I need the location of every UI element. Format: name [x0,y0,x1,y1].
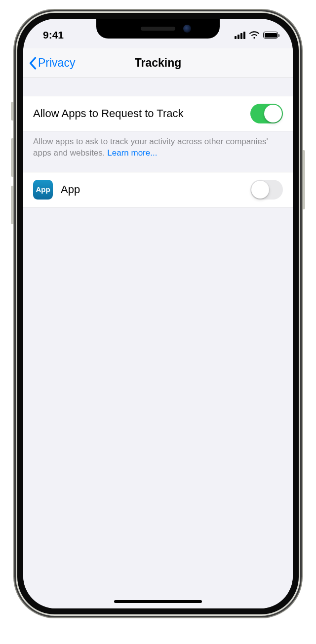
back-label: Privacy [38,56,75,70]
allow-tracking-switch[interactable] [250,104,283,123]
screen: 9:41 [23,19,293,608]
app-name: App [61,183,80,196]
notch [96,19,220,39]
status-indicators [219,31,278,39]
cellular-signal-icon [235,32,245,39]
app-tracking-switch[interactable] [250,180,283,200]
speaker-grille [141,27,175,31]
front-camera [183,25,191,33]
app-icon: App [33,180,53,200]
home-indicator[interactable] [114,600,202,603]
apps-group: App App [23,172,293,207]
allow-tracking-label: Allow Apps to Request to Track [33,107,184,120]
status-time: 9:41 [43,29,102,41]
allow-tracking-description: Allow apps to ask to track your activity… [23,131,293,159]
nav-bar: Privacy Tracking [23,48,293,78]
allow-tracking-group: Allow Apps to Request to Track Allow app… [23,96,293,159]
allow-tracking-cell: Allow Apps to Request to Track [23,96,293,131]
back-button[interactable]: Privacy [28,56,75,70]
learn-more-link[interactable]: Learn more... [107,148,157,158]
app-row: App App [23,172,293,207]
battery-icon [263,32,278,39]
wifi-icon [249,31,260,39]
content: Allow Apps to Request to Track Allow app… [23,78,293,608]
power-button [301,150,305,209]
phone-frame: 9:41 [14,10,302,617]
chevron-left-icon [28,57,37,70]
